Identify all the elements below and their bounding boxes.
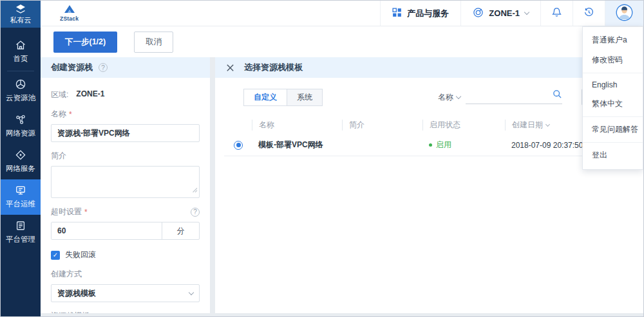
timeout-input[interactable] <box>52 222 162 239</box>
timeout-help-icon[interactable]: ? <box>191 208 200 217</box>
rollback-checkbox[interactable]: ✓ <box>51 251 60 260</box>
sidebar-nav: 首页 云资源池 网络资源 网络服务 <box>1 28 41 250</box>
intro-field-label: 简介 <box>51 150 200 161</box>
search-control: 名称 <box>438 90 562 105</box>
sidebar-item-cloud-pool[interactable]: 云资源池 <box>1 73 41 109</box>
region-row: 区域: ZONE-1 <box>51 89 200 100</box>
user-menu-account-label: 普通账户a <box>583 30 643 50</box>
search-input[interactable] <box>466 90 562 104</box>
required-asterisk: * <box>69 110 72 119</box>
name-field-label: 名称 * <box>51 109 200 120</box>
user-avatar-button[interactable] <box>605 1 643 26</box>
zone-icon <box>473 7 484 20</box>
topbar: ZStack 产品与服务 ZONE-1 <box>41 1 643 26</box>
user-menu-english[interactable]: English <box>583 76 643 94</box>
zstack-logo-mark <box>63 5 76 15</box>
sidebar: 私有云 首页 云资源池 网络资源 <box>1 1 41 316</box>
timeout-field-label: 超时设置 * ? <box>51 206 200 217</box>
timeout-input-group: 分 <box>51 222 200 240</box>
required-asterisk: * <box>84 208 88 217</box>
status-badge: 启用 <box>429 140 505 150</box>
history-clock-icon <box>583 6 594 20</box>
sidebar-item-network-service[interactable]: 网络服务 <box>1 144 41 179</box>
platform-ops-icon <box>15 185 26 196</box>
zone-label: ZONE-1 <box>489 8 520 18</box>
content-area: 创建资源栈 ? 区域: ZONE-1 名称 * 简介 <box>41 57 643 316</box>
operation-history-button[interactable] <box>573 1 605 26</box>
column-header-name: 名称 <box>252 120 342 131</box>
zone-selector[interactable]: ZONE-1 <box>460 1 540 26</box>
products-services-label: 产品与服务 <box>407 8 449 19</box>
sidebar-item-network-resource[interactable]: 网络资源 <box>1 109 41 144</box>
template-picker-header: 选择资源栈模板 <box>215 57 643 78</box>
resize-grip-icon[interactable] <box>192 184 198 195</box>
user-menu-traditional-chinese[interactable]: 繁体中文 <box>583 94 643 114</box>
cancel-button[interactable]: 取消 <box>134 32 173 53</box>
create-stack-form: 区域: ZONE-1 名称 * 简介 超时设置 <box>41 78 210 313</box>
required-asterisk: * <box>92 312 95 314</box>
picker-controls: 自定义 系统 名称 <box>224 88 634 106</box>
stack-name-input[interactable] <box>51 124 200 142</box>
user-menu-logout[interactable]: 登出 <box>583 145 643 165</box>
bell-icon <box>551 6 562 20</box>
create-stack-title: 创建资源栈 <box>51 62 93 73</box>
user-menu-change-password[interactable]: 修改密码 <box>583 50 643 70</box>
sidebar-item-label: 网络资源 <box>6 129 35 138</box>
search-icon[interactable] <box>553 89 562 102</box>
avatar <box>616 4 633 23</box>
user-dropdown-menu: 普通账户a 修改密码 English 繁体中文 常见问题解答 登出 <box>582 26 643 170</box>
menu-divider <box>583 73 643 73</box>
search-field-selector[interactable]: 名称 <box>438 92 460 103</box>
template-picker-title: 选择资源栈模板 <box>244 62 303 73</box>
column-header-intro: 简介 <box>342 120 422 131</box>
column-header-created[interactable]: 创建日期 <box>505 120 592 131</box>
rollback-label: 失败回滚 <box>65 249 96 260</box>
platform-mgmt-icon <box>15 220 26 231</box>
create-stack-panel: 创建资源栈 ? 区域: ZONE-1 名称 * 简介 <box>41 57 210 313</box>
tab-custom[interactable]: 自定义 <box>243 89 287 106</box>
row-name: 模板-部署VPC网络 <box>252 140 342 150</box>
sidebar-item-platform-ops[interactable]: 平台运维 <box>1 179 41 215</box>
product-switcher-private-cloud[interactable]: 私有云 <box>1 1 41 28</box>
tab-system[interactable]: 系统 <box>287 89 323 106</box>
create-method-select[interactable]: 资源栈模板 <box>51 284 200 302</box>
sidebar-item-label: 平台运维 <box>6 199 35 209</box>
status-dot-icon <box>429 143 432 147</box>
zstack-logo-text: ZStack <box>60 15 79 22</box>
chevron-down-icon <box>456 93 461 98</box>
row-radio-selected[interactable] <box>234 141 243 150</box>
table-header-row: 名称 简介 启用状态 创建日期 <box>224 115 634 134</box>
rollback-checkbox-row[interactable]: ✓ 失败回滚 <box>51 249 200 260</box>
notifications-button[interactable] <box>540 1 573 26</box>
search-field-label: 名称 <box>438 92 453 103</box>
template-picker-panel: 选择资源栈模板 自定义 系统 名称 <box>215 57 643 313</box>
template-tabs: 自定义 系统 <box>243 89 323 106</box>
sidebar-item-home[interactable]: 首页 <box>1 34 41 69</box>
app-window: 私有云 首页 云资源池 网络资源 <box>0 0 644 317</box>
home-icon <box>15 39 26 51</box>
network-service-icon <box>15 149 26 161</box>
zstack-logo[interactable]: ZStack <box>60 1 79 26</box>
search-box <box>466 90 562 105</box>
template-picker-body: 自定义 系统 名称 <box>215 78 643 156</box>
template-field-label: 资源栈模板 * <box>51 311 200 313</box>
sidebar-item-platform-mgmt[interactable]: 平台管理 <box>1 215 41 250</box>
stack-intro-textarea[interactable] <box>51 166 200 198</box>
wizard-toolbar: 下一步(1/2) 取消 <box>41 26 643 57</box>
user-menu-faq[interactable]: 常见问题解答 <box>583 120 643 140</box>
help-icon[interactable]: ? <box>99 63 108 72</box>
region-label: 区域: <box>51 89 68 100</box>
products-services-menu[interactable]: 产品与服务 <box>380 1 460 26</box>
sidebar-item-label: 首页 <box>14 54 28 64</box>
method-field-label: 创建方式 <box>51 269 200 280</box>
create-method-value: 资源栈模板 <box>57 288 96 299</box>
apps-grid-icon <box>392 8 402 19</box>
template-table: 名称 简介 启用状态 创建日期 <box>224 115 634 156</box>
sidebar-item-label: 平台管理 <box>6 235 35 244</box>
next-step-button[interactable]: 下一步(1/2) <box>53 32 117 53</box>
chevron-down-icon <box>524 10 529 15</box>
close-icon[interactable] <box>225 63 235 73</box>
table-row[interactable]: 模板-部署VPC网络 启用 2018-07-09 20:37:50 详情 <box>224 134 634 156</box>
network-resource-icon <box>15 114 26 125</box>
create-stack-panel-header: 创建资源栈 ? <box>41 57 210 78</box>
